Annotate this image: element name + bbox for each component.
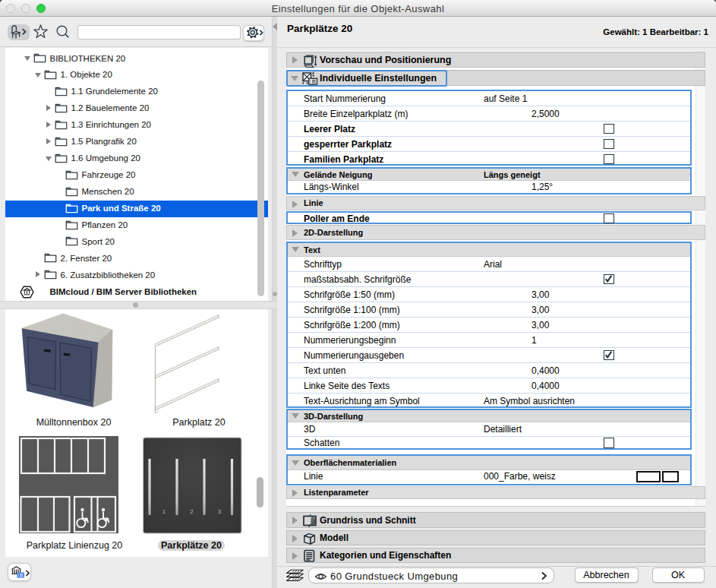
svg-text:1: 1 <box>162 508 166 515</box>
svg-text:3: 3 <box>218 508 222 515</box>
svg-text:2: 2 <box>190 508 194 515</box>
